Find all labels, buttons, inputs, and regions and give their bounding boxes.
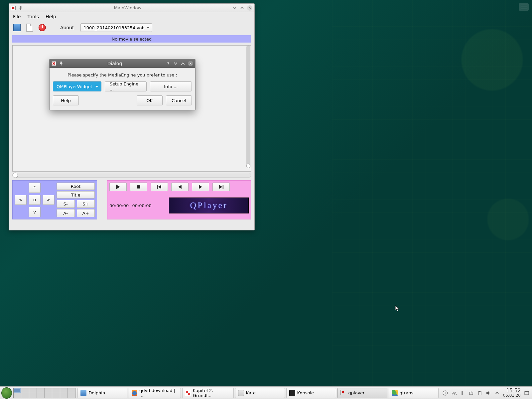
firefox-icon xyxy=(132,390,137,396)
file-combo-value: 1000_20140210133254.vob xyxy=(83,25,144,30)
audio-plus-button[interactable]: A+ xyxy=(77,209,95,217)
desktop-menu-button[interactable] xyxy=(519,3,529,11)
svg-rect-0 xyxy=(137,185,140,189)
cancel-button[interactable]: Cancel xyxy=(166,95,192,105)
task-label: Dolphin xyxy=(88,390,105,395)
menu-file[interactable]: File xyxy=(13,14,21,19)
forward-button[interactable] xyxy=(192,183,209,191)
window-title: MainWindow xyxy=(26,5,230,10)
task-label: qplayer xyxy=(348,390,365,395)
task-label: qtrans xyxy=(400,390,414,395)
kate-icon xyxy=(238,390,244,396)
nav-left-button[interactable]: < xyxy=(15,195,27,205)
nav-up-button[interactable]: ^ xyxy=(29,183,41,193)
toolbar-image-button[interactable] xyxy=(12,23,22,32)
dialog-title: Dialog xyxy=(66,61,163,66)
menu-help[interactable]: Help xyxy=(46,14,56,19)
audio-minus-button[interactable]: A- xyxy=(57,209,75,217)
dialog-close-icon[interactable]: ✕ xyxy=(188,61,193,66)
ok-button[interactable]: OK xyxy=(137,95,163,105)
subtitle-minus-button[interactable]: S- xyxy=(57,200,75,208)
mouse-cursor xyxy=(395,305,400,312)
root-button[interactable]: Root xyxy=(57,183,95,190)
task-firefox[interactable]: qdvd download | ... xyxy=(129,388,181,398)
qtrans-icon xyxy=(392,390,398,396)
network-tray-icon[interactable] xyxy=(451,390,457,396)
clock-time: 15:52 xyxy=(503,388,521,394)
svg-rect-7 xyxy=(479,391,480,392)
app-icon xyxy=(11,6,16,10)
info-tray-icon[interactable]: i xyxy=(443,390,448,396)
task-dolphin[interactable]: Dolphin xyxy=(77,388,127,398)
dialog-message: Please specify the MediaEngine you prefe… xyxy=(53,72,192,77)
show-desktop-icon[interactable] xyxy=(524,390,529,396)
seek-slider[interactable] xyxy=(12,173,251,178)
file-combo[interactable]: 1000_20140210133254.vob xyxy=(80,23,152,32)
dialog-shade-up-icon[interactable] xyxy=(181,61,185,66)
desktop-pager[interactable] xyxy=(13,388,75,398)
clock[interactable]: 15:52 05.01.20 xyxy=(503,388,521,398)
help-button[interactable]: Help xyxy=(53,95,79,105)
pin-icon[interactable] xyxy=(18,6,23,10)
time-total: 00:00:00 xyxy=(132,203,151,208)
play-button[interactable] xyxy=(109,183,127,191)
svg-rect-1 xyxy=(157,185,158,189)
playback-panel: 00:00:00 00:00:00 QPlayer xyxy=(107,180,251,219)
main-titlebar[interactable]: MainWindow ✕ xyxy=(9,4,254,12)
setup-engine-button[interactable]: Setup Engine ... xyxy=(105,81,147,91)
dialog-pin-icon[interactable] xyxy=(59,61,64,66)
svg-text:i: i xyxy=(445,391,446,395)
player-logo: QPlayer xyxy=(169,198,249,213)
nav-center-button[interactable]: o xyxy=(29,195,41,205)
about-label[interactable]: About xyxy=(60,25,74,30)
svg-rect-2 xyxy=(223,185,223,189)
status-strip: No movie selected xyxy=(12,35,251,43)
toolbar-new-button[interactable] xyxy=(25,23,34,32)
stop-button[interactable] xyxy=(130,183,147,191)
taskbar: Dolphin qdvd download | ... Kapitel 2. G… xyxy=(0,386,532,399)
bluetooth-tray-icon[interactable] xyxy=(460,390,465,396)
task-kate[interactable]: Kate xyxy=(235,388,285,398)
status-text: No movie selected xyxy=(112,37,152,42)
updates-tray-icon[interactable] xyxy=(468,390,474,396)
nav-down-button[interactable]: v xyxy=(29,207,41,217)
subtitle-plus-button[interactable]: S+ xyxy=(77,200,95,208)
toolbar: About 1000_20140210133254.vob xyxy=(9,21,254,34)
dolphin-icon xyxy=(80,390,86,396)
vertical-scrollbar[interactable] xyxy=(246,46,251,167)
dialog-titlebar[interactable]: Dialog ? ✕ xyxy=(50,59,195,68)
minimize-icon[interactable] xyxy=(232,6,237,10)
task-kapitel[interactable]: Kapitel 2. Grundl... xyxy=(182,388,233,398)
start-button[interactable] xyxy=(1,387,12,399)
info-button[interactable]: Info ... xyxy=(150,81,192,91)
engine-combo-value: QMPlayerWidget xyxy=(57,84,92,89)
volume-tray-icon[interactable] xyxy=(486,390,491,396)
clock-date: 05.01.20 xyxy=(503,393,521,398)
dvd-nav-panel: ^ < o > v Root Title S- S+ A- A+ xyxy=(12,180,97,219)
task-qplayer[interactable]: qplayer xyxy=(337,388,387,398)
engine-combo[interactable]: QMPlayerWidget xyxy=(53,81,101,91)
dialog-shade-down-icon[interactable] xyxy=(173,61,178,66)
task-label: Kapitel 2. Grundl... xyxy=(193,388,231,398)
system-tray: i 15:52 05.01.20 xyxy=(440,388,532,398)
dialog-app-icon xyxy=(52,61,56,66)
menu-tools[interactable]: Tools xyxy=(27,14,39,19)
media-engine-dialog: Dialog ? ✕ Please specify the MediaEngin… xyxy=(49,59,196,110)
time-current: 00:00:00 xyxy=(109,203,129,208)
maximize-icon[interactable] xyxy=(240,6,244,10)
close-icon[interactable]: ✕ xyxy=(247,5,252,11)
tray-expand-icon[interactable] xyxy=(494,390,500,396)
title-button[interactable]: Title xyxy=(57,191,95,199)
rewind-button[interactable] xyxy=(171,183,189,191)
clipboard-tray-icon[interactable] xyxy=(477,390,482,396)
qplayer-icon xyxy=(340,390,346,396)
toolbar-power-button[interactable] xyxy=(38,23,47,32)
prev-button[interactable] xyxy=(151,183,168,191)
task-label: qdvd download | ... xyxy=(139,388,178,398)
nav-right-button[interactable]: > xyxy=(43,195,55,205)
task-konsole[interactable]: Konsole xyxy=(286,388,336,398)
next-button[interactable] xyxy=(212,183,230,191)
konsole-icon xyxy=(289,390,295,396)
task-qtrans[interactable]: qtrans xyxy=(389,388,439,398)
dialog-help-icon[interactable]: ? xyxy=(166,61,171,66)
